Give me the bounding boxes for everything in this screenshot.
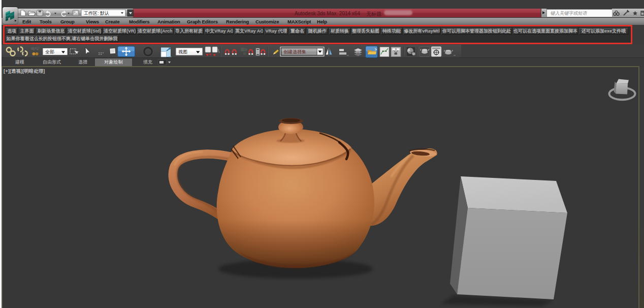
svg-text:创建选择集: 创建选择集 <box>283 49 306 54</box>
svg-text:工作区: 默认: 工作区: 默认 <box>84 11 109 16</box>
svg-text:视图: 视图 <box>178 49 187 54</box>
svg-text:全部: 全部 <box>45 49 54 54</box>
